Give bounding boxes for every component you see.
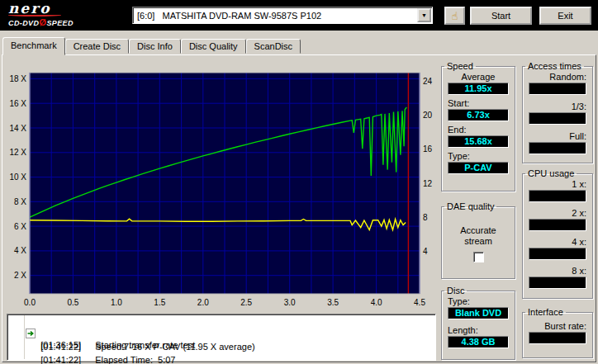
svg-text:12: 12 <box>423 179 433 188</box>
log-entry-text: Elapsed Time: 5:07 <box>95 355 175 364</box>
tab-benchmark[interactable]: Benchmark <box>2 37 65 55</box>
tab-create-disc[interactable]: Create Disc <box>65 39 129 54</box>
drive-selector[interactable]: [6:0] MATSHITA DVD-RAM SW-9587S P102 ▼ <box>132 7 433 24</box>
svg-text:2.0: 2.0 <box>197 298 209 307</box>
tab-disc-quality[interactable]: Disc Quality <box>181 39 246 54</box>
accurate-stream-label: Accurate stream <box>454 225 502 247</box>
third-access-label: 1/3: <box>529 102 586 112</box>
svg-text:16: 16 <box>423 144 433 154</box>
end-speed-label: End: <box>448 125 509 135</box>
svg-text:10 X: 10 X <box>9 173 26 182</box>
start-speed-value: 6.73x <box>448 109 509 121</box>
tab-strip: Benchmark Create Disc Disc Info Disc Qua… <box>2 37 301 55</box>
svg-text:20: 20 <box>423 111 433 120</box>
log-entry: [01:41:22]Elapsed Time: 5:07 <box>7 343 435 354</box>
burst-rate-label: Burst rate: <box>529 321 586 332</box>
log-panel: [01:36:15]Starting transfer rate test [0… <box>7 314 436 361</box>
cpu-usage-panel-title: CPU usage <box>525 168 577 178</box>
svg-text:14 X: 14 X <box>9 124 26 133</box>
start-button[interactable]: Start <box>470 7 532 25</box>
disc-type-label: Type: <box>448 296 509 307</box>
disc-type-value: Blank DVD <box>448 307 509 319</box>
third-access-value <box>529 112 586 125</box>
svg-text:3.0: 3.0 <box>284 298 296 307</box>
drive-selector-value: [6:0] MATSHITA DVD-RAM SW-9587S P102 <box>133 11 417 21</box>
disc-length-value: 4.38 GB <box>448 336 509 348</box>
accurate-stream-checkbox[interactable] <box>473 252 484 262</box>
cpu-2x-value <box>529 219 586 231</box>
svg-text:4: 4 <box>423 247 428 256</box>
log-entry: [01:41:22]Speed:7-16 X P-CAV (11.95 X av… <box>7 329 435 341</box>
cpu-4x-value <box>529 248 586 260</box>
nero-logo-subtitle: CD-DVDØSPEED <box>8 17 74 27</box>
svg-text:4 X: 4 X <box>14 246 26 255</box>
access-times-panel-title: Access times <box>525 61 584 71</box>
end-speed-value: 15.68x <box>448 135 509 148</box>
tab-scandisc[interactable]: ScanDisc <box>246 39 301 54</box>
full-access-label: Full: <box>529 131 586 142</box>
average-speed-value: 11.95x <box>448 83 509 95</box>
log-entry-time: [01:41:22] <box>40 354 95 364</box>
svg-text:8: 8 <box>423 213 428 222</box>
disc-panel-title: Disc <box>444 286 467 295</box>
speed-type-label: Type: <box>448 151 509 162</box>
cpu-4x-label: 4 x: <box>529 237 586 248</box>
dropdown-arrow-icon[interactable]: ▼ <box>417 8 431 22</box>
dae-quality-panel-title: DAE quality <box>444 201 496 211</box>
cpu-1x-label: 1 x: <box>529 179 586 190</box>
svg-text:18 X: 18 X <box>9 74 26 83</box>
svg-text:1.5: 1.5 <box>154 298 165 307</box>
nero-logo: nero CD-DVDØSPEED <box>8 2 74 27</box>
logo-cddvd-text: CD-DVD <box>8 19 39 27</box>
average-speed-label: Average <box>448 72 509 83</box>
svg-text:24: 24 <box>423 77 433 86</box>
cpu-2x-label: 2 x: <box>529 208 586 219</box>
speed-panel: Speed Average 11.95x Start: 6.73x End: 1… <box>441 61 515 191</box>
random-access-label: Random: <box>529 72 586 83</box>
svg-text:4.5: 4.5 <box>414 298 425 307</box>
interface-panel-title: Interface <box>525 307 566 317</box>
title-bar: nero CD-DVDØSPEED [6:0] MATSHITA DVD-RAM… <box>0 0 598 31</box>
cpu-8x-value <box>529 277 586 289</box>
start-speed-label: Start: <box>448 98 509 109</box>
svg-text:0.5: 0.5 <box>67 298 78 307</box>
svg-text:1.0: 1.0 <box>111 298 122 307</box>
disc-length-label: Length: <box>448 325 509 336</box>
hand-tool-button[interactable]: ☝ <box>444 7 465 25</box>
svg-text:16 X: 16 X <box>9 99 26 108</box>
full-access-value <box>529 142 586 154</box>
burst-rate-value <box>529 332 586 344</box>
svg-text:3.5: 3.5 <box>327 298 339 307</box>
cpu-8x-label: 8 x: <box>529 266 586 277</box>
access-times-panel: Access times Random: 1/3: Full: <box>522 61 593 163</box>
random-access-value <box>529 83 586 95</box>
pointing-hand-icon: ☝ <box>452 10 458 22</box>
svg-text:6 X: 6 X <box>14 222 26 231</box>
log-entry: [01:36:15]Starting transfer rate test <box>7 316 435 328</box>
cpu-usage-panel: CPU usage 1 x: 2 x: 4 x: 8 x: <box>522 168 593 299</box>
svg-text:12 X: 12 X <box>9 148 26 157</box>
logo-speed-text: SPEED <box>46 19 74 27</box>
nero-logo-text: nero <box>8 2 74 16</box>
svg-text:2 X: 2 X <box>14 271 26 280</box>
tab-disc-info[interactable]: Disc Info <box>129 39 181 54</box>
svg-text:8 X: 8 X <box>14 197 26 206</box>
speed-panel-title: Speed <box>444 61 476 71</box>
benchmark-chart: 18 X16 X14 X12 X10 X8 X6 X4 X2 X24201612… <box>7 61 434 309</box>
speed-type-value: P-CAV <box>448 162 509 174</box>
interface-panel: Interface Burst rate: <box>522 307 593 358</box>
disc-panel: Disc Type: Blank DVD Length: 4.38 GB <box>441 286 515 360</box>
svg-text:2.5: 2.5 <box>240 298 252 307</box>
exit-button[interactable]: Exit <box>539 7 591 25</box>
dae-quality-panel: DAE quality Accurate stream <box>441 201 515 279</box>
svg-text:0.0: 0.0 <box>24 298 36 307</box>
cpu-1x-value <box>529 190 586 202</box>
svg-text:4.0: 4.0 <box>371 298 382 307</box>
test-start-icon <box>11 317 21 327</box>
